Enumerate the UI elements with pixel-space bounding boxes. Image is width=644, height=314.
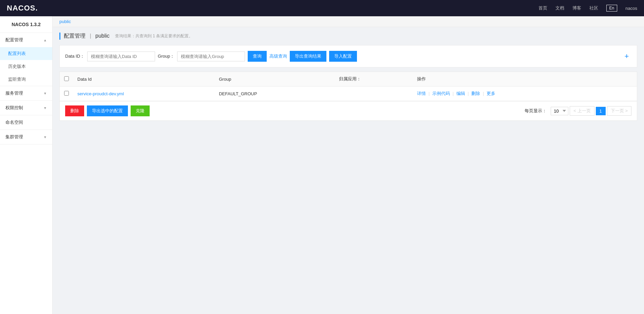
export-selected-button[interactable]: 导出选中的配置 [87, 105, 128, 116]
lang-button[interactable]: En [606, 5, 618, 12]
auth-group-arrow: ▼ [43, 106, 47, 110]
th-app: 归属应用： [335, 72, 413, 86]
page-size-label: 每页显示： [525, 108, 547, 114]
action-edit[interactable]: 编辑 [456, 91, 465, 96]
th-actions: 操作 [413, 72, 637, 86]
row-app [335, 86, 413, 101]
nav-blog[interactable]: 博客 [572, 5, 581, 11]
sidebar-group-service-label: 服务管理 [5, 90, 23, 96]
sidebar-group-auth: 权限控制 ▼ [0, 101, 52, 115]
data-id-input[interactable] [87, 52, 155, 61]
delete-button[interactable]: 删除 [65, 105, 84, 116]
action-more[interactable]: 更多 [487, 91, 495, 96]
page-namespace: public [95, 33, 110, 39]
sep2: | [453, 91, 454, 96]
config-table-container: Data Id Group 归属应用： 操作 service-p [59, 72, 637, 121]
group-label: Group： [158, 53, 174, 59]
sidebar-group-config: 配置管理 ▲ 配置列表 历史版本 监听查询 [0, 33, 52, 86]
sidebar-group-auth-header[interactable]: 权限控制 ▼ [0, 101, 52, 115]
row-checkbox-cell [60, 86, 73, 101]
service-group-arrow: ▼ [43, 92, 47, 95]
sep3: | [468, 91, 469, 96]
sep4: | [483, 91, 484, 96]
logo-text: NACOS. [7, 4, 38, 13]
prev-page-button[interactable]: < 上一页 [570, 106, 594, 116]
sidebar-item-history[interactable]: 历史版本 [0, 60, 52, 73]
add-config-button[interactable]: + [622, 52, 631, 61]
sidebar-item-listener[interactable]: 监听查询 [0, 73, 52, 86]
config-group-arrow: ▲ [43, 38, 47, 42]
breadcrumb-public[interactable]: public [59, 19, 71, 24]
clone-button[interactable]: 克隆 [131, 105, 150, 116]
row-group: DEFAULT_GROUP [215, 86, 335, 101]
advanced-search-button[interactable]: 高级查询 [269, 53, 287, 59]
page-title: 配置管理 | public [64, 33, 110, 40]
main-content: public 配置管理 | public 查询结果：共查询到 1 条满足要求的配… [53, 16, 644, 314]
nav-home[interactable]: 首页 [538, 5, 547, 11]
select-all-checkbox[interactable] [64, 76, 69, 81]
sidebar-group-service: 服务管理 ▼ [0, 86, 52, 101]
th-data-id: Data Id [73, 72, 215, 86]
row-data-id: service-proudct-dev.yml [73, 86, 215, 101]
bottom-actions: 删除 导出选中的配置 克隆 [65, 105, 150, 116]
nav-community[interactable]: 社区 [589, 5, 598, 11]
sidebar: NACOS 1.3.2 配置管理 ▲ 配置列表 历史版本 监听查询 服务管理 ▼… [0, 16, 53, 314]
sidebar-item-config-list[interactable]: 配置列表 [0, 47, 52, 60]
page-size-select[interactable]: 10 20 50 100 [551, 107, 568, 115]
top-navigation: NACOS. 首页 文档 博客 社区 En nacos [0, 0, 644, 16]
th-group: Group [215, 72, 335, 86]
page-title-config: 配置管理 [64, 33, 86, 39]
cluster-arrow: ▼ [43, 135, 47, 139]
title-separator: | [90, 33, 91, 39]
export-results-button[interactable]: 导出查询结果 [290, 51, 326, 62]
sidebar-group-auth-label: 权限控制 [5, 105, 23, 111]
user-name: nacos [625, 6, 637, 11]
top-nav-links: 首页 文档 博客 社区 En nacos [538, 5, 637, 12]
action-example[interactable]: 示例代码 [432, 91, 450, 96]
cluster-label: 集群管理 [5, 134, 23, 140]
config-table: Data Id Group 归属应用： 操作 service-p [60, 72, 637, 101]
sidebar-group-config-header[interactable]: 配置管理 ▲ [0, 33, 52, 47]
table-row: service-proudct-dev.yml DEFAULT_GROUP 详情… [60, 86, 637, 101]
breadcrumb-bar: public [53, 16, 644, 27]
sep1: | [429, 91, 430, 96]
query-result-text: 查询结果：共查询到 1 条满足要求的配置。 [115, 33, 193, 39]
nav-docs[interactable]: 文档 [555, 5, 564, 11]
table-body: service-proudct-dev.yml DEFAULT_GROUP 详情… [60, 86, 637, 101]
group-input[interactable] [177, 52, 245, 61]
sidebar-version: NACOS 1.3.2 [0, 16, 52, 33]
main-layout: NACOS 1.3.2 配置管理 ▲ 配置列表 历史版本 监听查询 服务管理 ▼… [0, 16, 644, 314]
th-checkbox [60, 72, 73, 86]
row-actions: 详情 | 示例代码 | 编辑 | 删除 | 更多 [413, 86, 637, 101]
pagination: 每页显示： 10 20 50 100 < 上一页 1 下一页 > [525, 106, 631, 116]
page-header: 配置管理 | public 查询结果：共查询到 1 条满足要求的配置。 [59, 33, 637, 40]
bottom-bar: 删除 导出选中的配置 克隆 每页显示： 10 20 50 100 < 上一页 [60, 101, 637, 120]
sidebar-group-service-header[interactable]: 服务管理 ▼ [0, 86, 52, 100]
sidebar-item-cluster[interactable]: 集群管理 ▼ [0, 130, 52, 144]
table-header: Data Id Group 归属应用： 操作 [60, 72, 637, 86]
data-id-link[interactable]: service-proudct-dev.yml [77, 91, 124, 96]
logo: NACOS. [7, 4, 38, 13]
sidebar-item-namespace[interactable]: 命名空间 [0, 115, 52, 130]
action-delete[interactable]: 删除 [471, 91, 480, 96]
next-page-button[interactable]: 下一页 > [607, 106, 631, 116]
import-config-button[interactable]: 导入配置 [329, 51, 357, 62]
row-checkbox[interactable] [64, 91, 69, 96]
action-detail[interactable]: 详情 [417, 91, 426, 96]
current-page: 1 [596, 107, 606, 115]
namespace-label: 命名空间 [5, 119, 23, 125]
sidebar-group-config-label: 配置管理 [5, 37, 23, 43]
search-button[interactable]: 查询 [248, 51, 267, 62]
data-id-label: Data ID： [65, 53, 84, 59]
content-area: 配置管理 | public 查询结果：共查询到 1 条满足要求的配置。 Data… [53, 27, 644, 126]
search-bar: Data ID： Group： 查询 高级查询 导出查询结果 导入配置 + [59, 45, 637, 67]
